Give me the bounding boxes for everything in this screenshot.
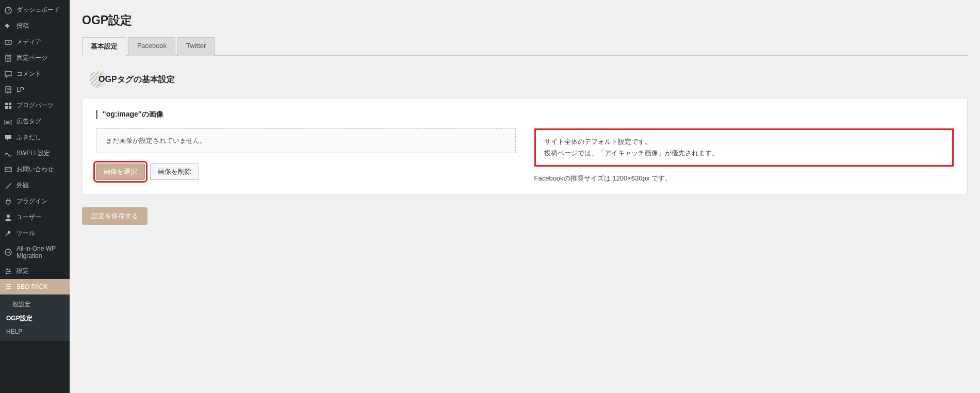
svg-rect-4 (5, 103, 8, 105)
admin-menu-label: 固定ページ (17, 54, 47, 62)
svg-text:[ad]: [ad] (4, 120, 12, 125)
admin-menu-item[interactable]: ふきだし (0, 129, 70, 145)
delete-image-button[interactable]: 画像を削除 (150, 163, 199, 180)
ogimage-note: サイト全体のデフォルト設定です。 投稿ページでは、「アイキャッチ画像」が優先され… (534, 128, 954, 167)
page-icon (4, 54, 12, 62)
grid-icon (4, 102, 12, 110)
admin-submenu: 一般設定OGP設定HELP (0, 294, 70, 341)
admin-menu-item[interactable]: 外観 (0, 177, 70, 193)
admin-menu-item[interactable]: SWELL設定 (0, 145, 70, 161)
admin-menu-label: SWELL設定 (17, 149, 50, 158)
svg-rect-7 (9, 106, 11, 109)
admin-menu-label: ユーザー (17, 213, 41, 222)
admin-menu-label: お問い合わせ (17, 165, 54, 174)
admin-menu-label: ダッシュボード (17, 6, 60, 14)
brush-icon (4, 182, 12, 190)
wrench-icon (4, 230, 12, 238)
admin-menu-item[interactable]: ユーザー (0, 209, 70, 225)
page-icon (4, 86, 12, 94)
admin-menu-item[interactable]: All-in-One WP Migration (0, 241, 70, 263)
save-settings-button[interactable]: 設定を保存する (82, 207, 148, 225)
user-icon (4, 214, 12, 222)
admin-menu-label: All-in-One WP Migration (17, 245, 66, 259)
pin-icon (4, 22, 12, 30)
svg-rect-6 (5, 106, 8, 109)
admin-menu-item[interactable]: 設定 (0, 263, 70, 279)
admin-menu-item[interactable]: コメント (0, 66, 70, 82)
settings-tab[interactable]: Facebook (128, 37, 175, 56)
section-heading: OGPタグの基本設定 (89, 71, 968, 88)
ogimage-note-line: サイト全体のデフォルト設定です。 (544, 136, 944, 148)
svg-point-10 (7, 215, 10, 218)
migrate-icon (4, 248, 12, 256)
admin-menu-item[interactable]: ブログパーツ (0, 97, 70, 113)
main-content: OGP設定 基本設定FacebookTwitter OGPタグの基本設定 "og… (70, 0, 980, 393)
svg-point-12 (7, 268, 8, 270)
admin-menu-item[interactable]: [ad]広告タグ (0, 113, 70, 129)
media-icon (4, 38, 12, 46)
settings-tab[interactable]: 基本設定 (82, 37, 126, 56)
admin-menu-item[interactable]: プラグイン (0, 193, 70, 209)
admin-menu-label: ツール (17, 229, 35, 238)
admin-menu-label: 投稿 (17, 22, 29, 30)
admin-menu-label: 設定 (17, 267, 29, 275)
admin-menu-label: ブログパーツ (17, 101, 54, 110)
bubble-icon (4, 134, 12, 142)
admin-submenu-item[interactable]: OGP設定 (0, 312, 70, 325)
admin-sidebar: ダッシュボード投稿メディア固定ページコメントLPブログパーツ[ad]広告タグふき… (0, 0, 70, 393)
comment-icon (4, 70, 12, 78)
admin-menu-item[interactable]: 投稿 (0, 18, 70, 34)
settings-tab[interactable]: Twitter (177, 37, 215, 56)
plug-icon (4, 198, 12, 206)
admin-menu-label: 広告タグ (17, 117, 41, 126)
section-heading-text: OGPタグの基本設定 (99, 74, 175, 85)
admin-menu-item[interactable]: SEO PACK (0, 279, 70, 294)
settings-tabs: 基本設定FacebookTwitter (82, 37, 968, 56)
admin-menu-label: ふきだし (17, 133, 41, 142)
ogimage-size-hint: Facebookの推奨サイズは 1200×630px です。 (534, 174, 954, 183)
svg-point-13 (9, 270, 10, 272)
swell-icon (4, 150, 12, 158)
admin-menu-label: コメント (17, 70, 41, 78)
list-icon (4, 283, 12, 291)
svg-rect-5 (9, 103, 11, 105)
dashboard-icon (4, 6, 12, 14)
admin-menu-label: 外観 (17, 181, 29, 190)
admin-menu-label: メディア (17, 38, 41, 46)
admin-menu-item[interactable]: LP (0, 82, 70, 97)
admin-menu-item[interactable]: お問い合わせ (0, 161, 70, 177)
admin-menu-item[interactable]: ダッシュボード (0, 2, 70, 18)
admin-submenu-item[interactable]: HELP (0, 325, 70, 338)
admin-menu-label: SEO PACK (17, 283, 47, 290)
admin-menu-label: LP (17, 86, 24, 93)
svg-point-14 (6, 272, 8, 274)
mail-icon (4, 166, 12, 174)
admin-menu-item[interactable]: メディア (0, 34, 70, 50)
admin-menu-label: プラグイン (17, 197, 47, 206)
ogimage-placeholder: まだ画像が設定されていません。 (96, 128, 516, 153)
select-image-button[interactable]: 画像を選択 (96, 163, 145, 180)
ogimage-card: "og:image"の画像 まだ画像が設定されていません。 画像を選択 画像を削… (82, 98, 968, 195)
admin-menu-item[interactable]: ツール (0, 225, 70, 241)
sliders-icon (4, 267, 12, 275)
admin-menu-item[interactable]: 固定ページ (0, 50, 70, 66)
ogimage-card-label: "og:image"の画像 (96, 110, 954, 119)
admin-submenu-item[interactable]: 一般設定 (0, 298, 70, 312)
ogimage-note-line: 投稿ページでは、「アイキャッチ画像」が優先されます。 (544, 148, 944, 159)
page-title: OGP設定 (82, 12, 968, 28)
ad-icon: [ad] (4, 118, 12, 126)
svg-rect-1 (5, 40, 11, 44)
